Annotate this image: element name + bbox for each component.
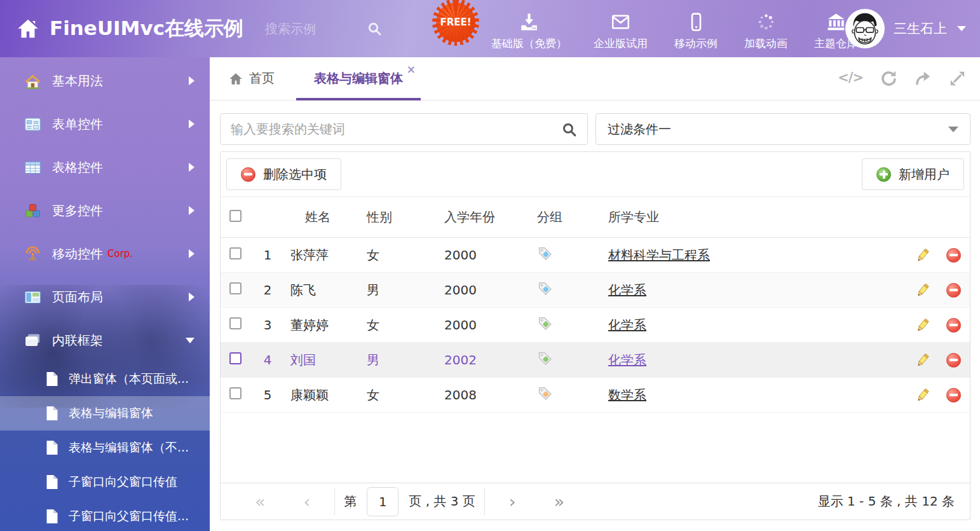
prev-page-button[interactable]: ‹ — [304, 493, 311, 510]
major-link[interactable]: 化学系 — [608, 282, 646, 298]
edit-pencil-icon[interactable] — [915, 317, 930, 333]
table-icon — [24, 159, 41, 176]
sidebar-subitem-grid-edit-window-2[interactable]: 表格与编辑窗体（不... — [0, 431, 210, 465]
next-page-button[interactable]: › — [509, 493, 516, 510]
sidebar-item-inline-frame[interactable]: 内联框架 — [0, 319, 210, 362]
column-header-year[interactable]: 入学年份 — [437, 209, 529, 226]
download-icon — [519, 12, 539, 32]
cell-gender: 女 — [359, 247, 437, 264]
sidebar-item-label: 表格控件 — [52, 159, 103, 176]
tab-grid-edit-window[interactable]: 表格与编辑窗体 × — [296, 57, 421, 100]
source-code-icon[interactable]: </> — [838, 70, 863, 87]
sidebar: 基本用法 表单控件 表格控件 更多控件 移动控件 Corp. — [0, 57, 210, 531]
sidebar-subitem-grid-edit-window[interactable]: 表格与编辑窗体 — [0, 396, 210, 431]
select-all-checkbox[interactable] — [229, 210, 242, 222]
table-row[interactable]: 2 陈飞 男 2000 化学系 — [221, 273, 970, 308]
sidebar-item-basic-usage[interactable]: 基本用法 — [0, 59, 210, 102]
page-number-input[interactable] — [367, 487, 398, 516]
delete-row-icon[interactable] — [946, 318, 961, 333]
sidebar-item-label: 内联框架 — [52, 332, 103, 349]
sidebar-subitem-label: 表格与编辑窗体 — [69, 405, 153, 422]
edit-pencil-icon[interactable] — [915, 387, 930, 403]
tab-home[interactable]: 首页 — [229, 70, 275, 87]
filter-dropdown[interactable]: 过滤条件一 — [595, 113, 970, 145]
close-icon[interactable]: × — [407, 64, 416, 75]
table-row[interactable]: 5 康颖颖 女 2008 数学系 — [221, 378, 970, 413]
delete-row-icon[interactable] — [946, 353, 961, 368]
fullscreen-icon[interactable] — [949, 70, 966, 87]
nav-loading-animation[interactable]: 加载动画 — [731, 12, 801, 51]
column-header-major[interactable]: 所学专业 — [601, 209, 908, 226]
row-checkbox[interactable] — [229, 317, 242, 329]
bank-icon — [826, 12, 846, 32]
nav-label: 加载动画 — [744, 36, 787, 51]
major-link[interactable]: 数学系 — [608, 387, 646, 403]
column-header-name[interactable]: 姓名 — [283, 209, 359, 226]
edit-pencil-icon[interactable] — [915, 282, 930, 298]
column-header-gender[interactable]: 性别 — [359, 209, 437, 226]
house-icon — [24, 72, 41, 90]
table-row[interactable]: 3 董婷婷 女 2000 化学系 — [221, 308, 970, 343]
sidebar-item-label: 页面布局 — [52, 289, 103, 306]
search-icon[interactable] — [561, 121, 577, 137]
app-root: FineUIMvc在线示例 FREE! 基础版（免费） 企业版试用 移动示例 加… — [0, 0, 980, 531]
row-checkbox[interactable] — [229, 387, 242, 399]
edit-pencil-icon[interactable] — [915, 247, 930, 263]
delete-row-icon[interactable] — [946, 283, 961, 298]
table-row[interactable]: 1 张萍萍 女 2000 材料科学与工程系 — [221, 238, 970, 273]
add-user-button[interactable]: 新增用户 — [862, 158, 964, 190]
sidebar-subitem-child-to-parent-2[interactable]: 子窗口向父窗口传值... — [0, 499, 210, 531]
sidebar-subitem-popup-window[interactable]: 弹出窗体（本页面或... — [0, 362, 210, 396]
tag-icon — [537, 245, 553, 261]
search-icon[interactable] — [367, 21, 382, 36]
row-number: 3 — [252, 317, 283, 333]
row-checkbox[interactable] — [229, 282, 242, 294]
keyword-search-input[interactable] — [231, 121, 561, 137]
sidebar-item-label: 移动控件 — [52, 245, 103, 263]
nav-basic-edition[interactable]: 基础版（免费） — [478, 12, 580, 51]
last-page-button[interactable]: » — [554, 493, 565, 510]
tab-toolbar: </> — [838, 70, 966, 87]
row-checkbox[interactable] — [229, 352, 242, 364]
page-icon — [46, 509, 58, 524]
cell-gender: 女 — [359, 387, 437, 404]
header-search-input[interactable] — [265, 21, 367, 36]
row-checkbox[interactable] — [229, 247, 242, 259]
column-header-group[interactable]: 分组 — [529, 209, 601, 226]
refresh-icon[interactable] — [880, 70, 897, 87]
first-page-button[interactable]: « — [255, 493, 266, 510]
sidebar-subitem-label: 子窗口向父窗口传值... — [69, 508, 189, 525]
row-number: 5 — [252, 387, 283, 403]
sidebar-subitem-child-to-parent[interactable]: 子窗口向父窗口传值 — [0, 465, 210, 499]
page-icon — [46, 371, 58, 387]
table-row[interactable]: 4 刘国 男 2002 化学系 — [221, 343, 970, 378]
sidebar-item-page-layout[interactable]: 页面布局 — [0, 275, 210, 319]
major-link[interactable]: 化学系 — [608, 352, 646, 368]
user-menu[interactable]: 三生石上 — [845, 0, 966, 57]
chevron-right-icon — [189, 120, 194, 128]
delete-row-icon[interactable] — [946, 388, 961, 403]
sidebar-item-mobile-controls[interactable]: 移动控件 Corp. — [0, 232, 210, 275]
tab-label: 首页 — [249, 70, 275, 87]
chevron-right-icon — [189, 206, 194, 215]
nav-enterprise-trial[interactable]: 企业版试用 — [580, 12, 661, 51]
home-icon — [229, 72, 243, 86]
edit-pencil-icon[interactable] — [915, 352, 930, 368]
page-icon — [46, 406, 58, 421]
sidebar-item-more-controls[interactable]: 更多控件 — [0, 189, 210, 232]
nav-mobile-demo[interactable]: 移动示例 — [661, 12, 731, 51]
corp-badge: Corp. — [107, 248, 133, 259]
cell-gender: 男 — [359, 282, 437, 299]
cell-year: 2008 — [437, 387, 529, 403]
table-empty-area — [221, 413, 970, 483]
major-link[interactable]: 化学系 — [608, 317, 646, 333]
sidebar-item-grid-controls[interactable]: 表格控件 — [0, 146, 210, 189]
sidebar-item-form-controls[interactable]: 表单控件 — [0, 102, 210, 146]
major-link[interactable]: 材料科学与工程系 — [608, 247, 710, 263]
minus-circle-icon — [241, 167, 255, 182]
delete-selected-button[interactable]: 删除选中项 — [226, 158, 341, 190]
cell-year: 2000 — [437, 247, 529, 263]
delete-row-icon[interactable] — [946, 248, 961, 263]
home-icon[interactable] — [17, 17, 39, 40]
share-icon[interactable] — [915, 70, 932, 87]
